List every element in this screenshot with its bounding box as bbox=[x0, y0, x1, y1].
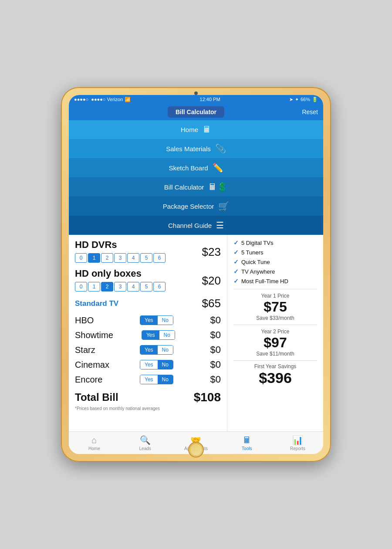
year1-save: Save $33/month bbox=[233, 315, 317, 321]
starz-price: $0 bbox=[203, 344, 221, 356]
hd-dvrs-stepper: 0 1 2 3 4 5 6 bbox=[75, 253, 166, 263]
menu-channel-guide[interactable]: Channel Guide ☰ bbox=[69, 216, 323, 235]
tablet-device: ●●●●○ ●●●●○ Verizon 📶 12:40 PM ➤ ✦ 66% 🔋… bbox=[61, 87, 331, 462]
menu-sketch-board[interactable]: Sketch Board ✏️ bbox=[69, 158, 323, 177]
menu-sales-materials[interactable]: Sales Materials 📎 bbox=[69, 139, 323, 158]
hbo-no[interactable]: No bbox=[158, 316, 173, 325]
showtime-no[interactable]: No bbox=[159, 331, 175, 339]
starz-no[interactable]: No bbox=[158, 346, 173, 354]
year2-save: Save $11/month bbox=[233, 351, 317, 357]
content-area: HD DVRs 0 1 2 3 4 5 6 $23 bbox=[69, 235, 323, 431]
year2-label: Year 2 Price bbox=[233, 329, 317, 335]
total-bill-price: $108 bbox=[194, 390, 221, 404]
total-bill-row: Total Bill $108 bbox=[75, 389, 221, 404]
box-step-5[interactable]: 5 bbox=[140, 282, 152, 291]
hd-dvrs-section: HD DVRs 0 1 2 3 4 5 6 $23 bbox=[75, 239, 221, 264]
tab-reports[interactable]: 📊 Reports bbox=[272, 432, 323, 454]
box-step-1[interactable]: 1 bbox=[88, 282, 100, 291]
standard-tv-price: $65 bbox=[202, 297, 221, 310]
tablet-screen: ●●●●○ ●●●●○ Verizon 📶 12:40 PM ➤ ✦ 66% 🔋… bbox=[69, 95, 323, 454]
cinemax-no[interactable]: No bbox=[158, 360, 173, 369]
hd-dvrs-price: $23 bbox=[202, 245, 221, 259]
first-year-savings-section: First Year Savings $396 bbox=[233, 363, 317, 386]
hbo-price: $0 bbox=[203, 315, 221, 326]
dvr-step-2[interactable]: 2 bbox=[101, 253, 113, 263]
year2-price: $97 bbox=[233, 335, 317, 351]
carrier-name: ●●●●○ Verizon bbox=[91, 97, 123, 102]
cinemax-toggle[interactable]: Yes No bbox=[140, 360, 173, 369]
tab-leads-label: Leads bbox=[139, 446, 151, 451]
feature-digital-tvs: ✓ 5 Digital TVs bbox=[233, 239, 317, 246]
cinemax-price: $0 bbox=[203, 359, 221, 370]
menu-bill-calculator[interactable]: Bill Calculator 🖩💲 bbox=[69, 177, 323, 197]
cart-icon: 🛒 bbox=[218, 201, 229, 211]
addon-hbo-name: HBO bbox=[75, 315, 110, 325]
box-step-4[interactable]: 4 bbox=[127, 282, 139, 291]
encore-toggle[interactable]: Yes No bbox=[140, 375, 173, 384]
addon-encore-name: Encore bbox=[75, 375, 110, 385]
location-icon: ➤ bbox=[289, 97, 293, 102]
menu-channel-label: Channel Guide bbox=[168, 222, 212, 229]
reset-button[interactable]: Reset bbox=[302, 108, 318, 115]
feature-5-label: Most Full-Time HD bbox=[241, 278, 288, 285]
addon-cinemax-name: Cinemax bbox=[75, 360, 110, 370]
hbo-toggle[interactable]: Yes No bbox=[140, 315, 173, 325]
year2-price-section: Year 2 Price $97 Save $11/month bbox=[233, 329, 317, 357]
tab-home[interactable]: ⌂ Home bbox=[69, 432, 120, 454]
box-step-6[interactable]: 6 bbox=[153, 282, 166, 291]
tab-leads[interactable]: 🔍 Leads bbox=[120, 432, 171, 454]
box-step-0[interactable]: 0 bbox=[75, 282, 87, 291]
feature-4-label: TV Anywhere bbox=[241, 268, 275, 275]
feature-tv-anywhere: ✓ TV Anywhere bbox=[233, 268, 317, 275]
showtime-yes[interactable]: Yes bbox=[142, 331, 159, 339]
tools-tab-icon: 🖩 bbox=[243, 435, 251, 445]
paperclip-icon: 📎 bbox=[215, 143, 226, 154]
showtime-toggle[interactable]: Yes No bbox=[142, 330, 175, 340]
year1-price-section: Year 1 Price $75 Save $33/month bbox=[233, 293, 317, 321]
check-icon-4: ✓ bbox=[233, 268, 239, 275]
tab-home-label: Home bbox=[88, 446, 100, 451]
year1-label: Year 1 Price bbox=[233, 293, 317, 299]
encore-yes[interactable]: Yes bbox=[140, 375, 158, 384]
battery-percent: 66% bbox=[301, 97, 310, 102]
dvr-step-3[interactable]: 3 bbox=[114, 253, 126, 263]
menu-package-selector[interactable]: Package Selector 🛒 bbox=[69, 197, 323, 216]
right-panel: ✓ 5 Digital TVs ✓ 5 Tuners ✓ Quick Tune … bbox=[227, 235, 323, 431]
starz-toggle[interactable]: Yes No bbox=[140, 345, 173, 355]
hd-boxes-price: $20 bbox=[202, 274, 221, 288]
box-step-2[interactable]: 2 bbox=[101, 282, 113, 291]
tab-tools-label: Tools bbox=[242, 446, 252, 451]
feature-3-label: Quick Tune bbox=[241, 259, 270, 265]
addon-encore: Encore Yes No $0 bbox=[75, 374, 221, 385]
box-step-3[interactable]: 3 bbox=[114, 282, 126, 291]
standard-tv-label: Standard TV bbox=[75, 299, 118, 308]
starz-yes[interactable]: Yes bbox=[140, 346, 158, 354]
cinemax-yes[interactable]: Yes bbox=[140, 360, 158, 369]
dvr-step-6[interactable]: 6 bbox=[153, 253, 166, 263]
menu-home[interactable]: Home 🖩 bbox=[69, 120, 323, 139]
check-icon-5: ✓ bbox=[233, 278, 239, 285]
nav-title: Bill Calculator bbox=[168, 106, 224, 118]
hbo-yes[interactable]: Yes bbox=[140, 316, 158, 325]
dvr-step-1[interactable]: 1 bbox=[88, 253, 100, 263]
savings-amount: $396 bbox=[233, 369, 317, 386]
addon-cinemax: Cinemax Yes No $0 bbox=[75, 359, 221, 370]
addon-starz: Starz Yes No $0 bbox=[75, 344, 221, 356]
addon-showtime-name: Showtime bbox=[75, 330, 113, 340]
home-button[interactable] bbox=[188, 442, 204, 458]
dvr-step-0[interactable]: 0 bbox=[75, 253, 87, 263]
encore-no[interactable]: No bbox=[158, 375, 173, 384]
hd-boxes-section: HD only boxes 0 1 2 3 4 5 6 $20 bbox=[75, 268, 221, 293]
dvr-step-5[interactable]: 5 bbox=[140, 253, 152, 263]
check-icon-1: ✓ bbox=[233, 239, 239, 246]
tab-tools[interactable]: 🖩 Tools bbox=[221, 432, 272, 454]
status-right: ➤ ✦ 66% 🔋 bbox=[289, 97, 318, 102]
battery-icon: 🔋 bbox=[312, 97, 318, 102]
total-bill-label: Total Bill bbox=[75, 391, 118, 403]
dvr-step-4[interactable]: 4 bbox=[127, 253, 139, 263]
savings-label: First Year Savings bbox=[233, 363, 317, 369]
check-icon-2: ✓ bbox=[233, 249, 239, 256]
menu-sketch-label: Sketch Board bbox=[169, 164, 208, 172]
menu-home-label: Home bbox=[181, 126, 198, 133]
leads-tab-icon: 🔍 bbox=[140, 435, 151, 445]
